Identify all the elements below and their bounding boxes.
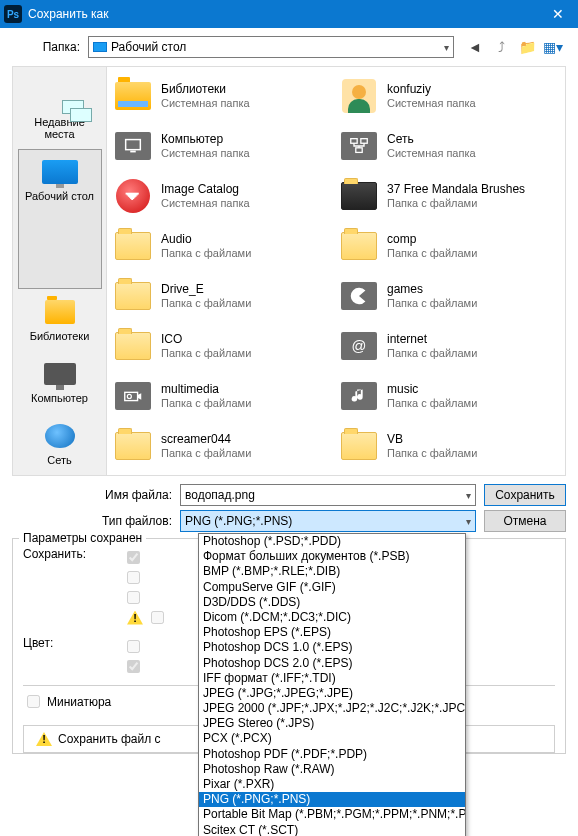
file-item[interactable]: AudioПапка с файлами xyxy=(113,221,335,271)
filetype-option[interactable]: Pixar (*.PXR) xyxy=(199,777,465,792)
file-item[interactable]: @internetПапка с файлами xyxy=(339,321,561,371)
places-item-recent[interactable]: Недавние места xyxy=(18,75,102,149)
folder-toolbar: Папка: Рабочий стол ▾ ◄ ⤴ 📁 ▦▾ xyxy=(12,36,566,58)
places-item-desktop[interactable]: Рабочий стол xyxy=(18,149,102,289)
up-icon[interactable]: ⤴ xyxy=(492,38,510,56)
file-item[interactable]: VBПапка с файлами xyxy=(339,421,561,471)
filetype-combo[interactable]: PNG (*.PNG;*.PNS) ▾ xyxy=(180,510,476,532)
color-opt-checkbox-2[interactable] xyxy=(127,660,140,673)
filename-input[interactable]: водопад.png ▾ xyxy=(180,484,476,506)
file-browser: Недавние местаРабочий столБиблиотекиКомп… xyxy=(12,66,566,476)
item-kind: Папка с файлами xyxy=(161,397,251,410)
places-item-comp[interactable]: Компьютер xyxy=(18,351,102,413)
filetype-option[interactable]: PNG (*.PNG;*.PNS) xyxy=(199,792,465,807)
item-name: Image Catalog xyxy=(161,183,250,197)
thumbnail-checkbox[interactable] xyxy=(27,695,40,708)
item-kind: Папка с файлами xyxy=(387,247,477,260)
back-icon[interactable]: ◄ xyxy=(466,38,484,56)
warning-icon: ! xyxy=(36,732,52,746)
filetype-option[interactable]: CompuServe GIF (*.GIF) xyxy=(199,580,465,595)
item-name: ICO xyxy=(161,333,251,347)
item-kind: Папка с файлами xyxy=(387,447,477,460)
item-kind: Папка с файлами xyxy=(387,347,477,360)
thumbnail-label: Миниатюра xyxy=(47,695,111,709)
filetype-option[interactable]: Portable Bit Map (*.PBM;*.PGM;*.PPM;*.PN… xyxy=(199,807,465,822)
item-name: multimedia xyxy=(161,383,251,397)
item-name: games xyxy=(387,283,477,297)
file-item[interactable]: multimediaПапка с файлами xyxy=(113,371,335,421)
item-kind: Системная папка xyxy=(161,97,250,110)
item-icon xyxy=(339,126,379,166)
item-name: internet xyxy=(387,333,477,347)
file-item[interactable]: screamer044Папка с файлами xyxy=(113,421,335,471)
item-name: Библиотеки xyxy=(161,83,250,97)
libs-icon xyxy=(42,298,78,326)
cancel-button[interactable]: Отмена xyxy=(484,510,566,532)
file-item[interactable]: gamesПапка с файлами xyxy=(339,271,561,321)
chevron-down-icon: ▾ xyxy=(444,42,449,53)
filetype-option[interactable]: Формат больших документов (*.PSB) xyxy=(199,549,465,564)
svg-rect-4 xyxy=(356,148,362,153)
save-opt-checkbox-2[interactable] xyxy=(127,571,140,584)
bottom-info-text: Сохранить файл с xyxy=(58,732,161,746)
filetype-option[interactable]: JPEG 2000 (*.JPF;*.JPX;*.JP2;*.J2C;*.J2K… xyxy=(199,701,465,716)
filetype-option[interactable]: JPEG Stereo (*.JPS) xyxy=(199,716,465,731)
places-item-libs[interactable]: Библиотеки xyxy=(18,289,102,351)
folder-label: Папка: xyxy=(12,40,80,54)
item-kind: Папка с файлами xyxy=(387,297,477,310)
places-item-label: Компьютер xyxy=(21,392,99,404)
file-item[interactable]: КомпьютерСистемная папка xyxy=(113,121,335,171)
item-name: VB xyxy=(387,433,477,447)
item-kind: Папка с файлами xyxy=(387,397,477,410)
filetype-option[interactable]: D3D/DDS (*.DDS) xyxy=(199,595,465,610)
save-opt-checkbox-1[interactable] xyxy=(127,551,140,564)
color-opt-checkbox-1[interactable] xyxy=(127,640,140,653)
item-kind: Системная папка xyxy=(161,147,250,160)
filetype-option[interactable]: JPEG (*.JPG;*.JPEG;*.JPE) xyxy=(199,686,465,701)
filetype-option[interactable]: Photoshop DCS 2.0 (*.EPS) xyxy=(199,656,465,671)
filetype-option[interactable]: Photoshop (*.PSD;*.PDD) xyxy=(199,534,465,549)
filetype-option[interactable]: Photoshop Raw (*.RAW) xyxy=(199,762,465,777)
item-name: Drive_E xyxy=(161,283,251,297)
save-opt-checkbox-4[interactable] xyxy=(151,611,164,624)
file-item[interactable]: compПапка с файлами xyxy=(339,221,561,271)
file-item[interactable]: ICOПапка с файлами xyxy=(113,321,335,371)
item-icon: ⏷ xyxy=(113,176,153,216)
view-menu-icon[interactable]: ▦▾ xyxy=(544,38,562,56)
filetype-option[interactable]: Photoshop PDF (*.PDF;*.PDP) xyxy=(199,747,465,762)
file-item[interactable]: 37 Free Mandala BrushesПапка с файлами xyxy=(339,171,561,221)
window-close-button[interactable]: ✕ xyxy=(538,0,578,28)
file-item[interactable]: musicПапка с файлами xyxy=(339,371,561,421)
places-item-label: Сеть xyxy=(21,454,99,466)
filetype-option[interactable]: Photoshop EPS (*.EPS) xyxy=(199,625,465,640)
filetype-row: Тип файлов: PNG (*.PNG;*.PNS) ▾ Отмена xyxy=(12,510,566,532)
filetype-option[interactable]: IFF формат (*.IFF;*.TDI) xyxy=(199,671,465,686)
file-item[interactable]: Drive_EПапка с файлами xyxy=(113,271,335,321)
svg-rect-3 xyxy=(361,139,367,144)
new-folder-icon[interactable]: 📁 xyxy=(518,38,536,56)
filename-label: Имя файла: xyxy=(12,488,172,502)
comp-icon xyxy=(42,360,78,388)
desktop-icon xyxy=(42,158,78,186)
save-opt-checkbox-3[interactable] xyxy=(127,591,140,604)
item-kind: Папка с файлами xyxy=(161,247,251,260)
places-item-net[interactable]: Сеть xyxy=(18,413,102,475)
filetype-option[interactable]: PCX (*.PCX) xyxy=(199,731,465,746)
file-item[interactable]: konfuziyСистемная папка xyxy=(339,71,561,121)
item-icon xyxy=(113,76,153,116)
filetype-dropdown-list[interactable]: Photoshop (*.PSD;*.PDD)Формат больших до… xyxy=(198,533,466,836)
file-item[interactable]: ⏷Image CatalogСистемная папка xyxy=(113,171,335,221)
svg-text:@: @ xyxy=(352,338,367,354)
item-name: Компьютер xyxy=(161,133,250,147)
group-title: Параметры сохранен xyxy=(19,531,146,545)
save-button[interactable]: Сохранить xyxy=(484,484,566,506)
folder-path-combo[interactable]: Рабочий стол ▾ xyxy=(88,36,454,58)
filetype-option[interactable]: Scitex CT (*.SCT) xyxy=(199,823,465,836)
file-list[interactable]: БиблиотекиСистемная папкаkonfuziyСистемн… xyxy=(107,67,565,475)
warning-icon: ! xyxy=(127,611,143,625)
file-item[interactable]: СетьСистемная папка xyxy=(339,121,561,171)
filetype-option[interactable]: Dicom (*.DCM;*.DC3;*.DIC) xyxy=(199,610,465,625)
filetype-option[interactable]: BMP (*.BMP;*.RLE;*.DIB) xyxy=(199,564,465,579)
file-item[interactable]: БиблиотекиСистемная папка xyxy=(113,71,335,121)
filetype-option[interactable]: Photoshop DCS 1.0 (*.EPS) xyxy=(199,640,465,655)
